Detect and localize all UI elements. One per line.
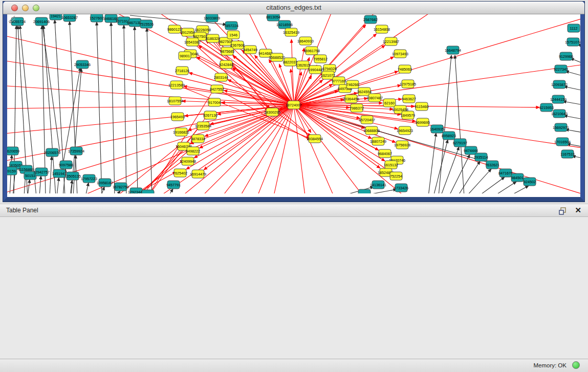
- graph-node[interactable]: 9875685: [220, 47, 234, 55]
- graph-node[interactable]: 39159: [7, 167, 17, 175]
- graph-node[interactable]: 7625402: [173, 169, 187, 177]
- graph-node[interactable]: 8454749: [243, 46, 257, 54]
- graph-node[interactable]: 18807249: [370, 137, 386, 145]
- graph-node[interactable]: 16782759: [113, 183, 129, 191]
- graph-node[interactable]: 16543382: [184, 38, 201, 46]
- graph-node[interactable]: 10973493: [392, 50, 408, 58]
- graph-node[interactable]: 8427552: [210, 85, 224, 93]
- graph-node[interactable]: 984501: [511, 173, 524, 182]
- graph-node[interactable]: 2935114: [474, 153, 488, 161]
- graph-node[interactable]: 1849579: [401, 111, 415, 119]
- graph-node[interactable]: 19756928: [394, 141, 410, 149]
- graph-node[interactable]: 17957223: [81, 174, 97, 183]
- graph-node[interactable]: 8958923: [442, 132, 456, 140]
- graph-node[interactable]: 1733426: [394, 184, 408, 192]
- graph-node[interactable]: 20691406: [33, 17, 50, 26]
- graph-node[interactable]: 16648794: [445, 46, 461, 54]
- graph-node[interactable]: 1965493: [170, 113, 185, 121]
- graph-node[interactable]: 7515526: [139, 20, 154, 28]
- graph-node[interactable]: 9115460: [415, 102, 428, 111]
- graph-node[interactable]: 1167533: [560, 150, 574, 158]
- graph-node[interactable]: 1112: [568, 24, 580, 32]
- graph-node[interactable]: 1527602: [90, 14, 104, 22]
- graph-node[interactable]: 15720407: [359, 116, 375, 124]
- graph-node[interactable]: 12213987: [383, 37, 399, 46]
- graph-node[interactable]: 13505135: [64, 172, 81, 180]
- graph-node[interactable]: 20364456: [343, 95, 359, 103]
- graph-hub-node[interactable]: 18724007: [286, 101, 302, 109]
- graph-node[interactable]: 2803144: [214, 73, 228, 81]
- resize-grip-icon[interactable]: [7, 14, 15, 23]
- network-canvas[interactable]: 2405572420691406194211065328715276028466…: [7, 14, 580, 193]
- graph-node[interactable]: 9684067: [378, 149, 392, 158]
- graph-node[interactable]: 8471676: [498, 169, 513, 177]
- graph-node[interactable]: 10958167: [97, 179, 113, 187]
- graph-node[interactable]: 9463627: [402, 95, 416, 103]
- graph-node[interactable]: 1615132: [384, 161, 398, 169]
- graph-node[interactable]: 8267130: [203, 111, 217, 119]
- graph-node[interactable]: 10653287: [61, 14, 78, 21]
- graph-node[interactable]: 12213589: [168, 81, 185, 89]
- graph-node[interactable]: 7857224: [224, 21, 238, 30]
- graph-node[interactable]: 9457791: [166, 181, 181, 189]
- graph-node[interactable]: 10807487: [366, 94, 383, 102]
- graph-node[interactable]: 752254: [390, 172, 402, 180]
- graph-node[interactable]: 16914479: [190, 170, 206, 178]
- graph-node[interactable]: 2620659: [7, 147, 19, 155]
- graph-node[interactable]: 7955812: [313, 55, 328, 63]
- graph-node[interactable]: 12975185: [400, 80, 416, 88]
- graph-node[interactable]: 9129966: [559, 52, 573, 60]
- graph-node[interactable]: 9097588: [59, 161, 73, 169]
- graph-node[interactable]: 1640935: [430, 125, 444, 133]
- graph-node[interactable]: 8878334: [191, 135, 205, 143]
- graph-node[interactable]: 19384554: [307, 135, 323, 143]
- float-panel-icon[interactable]: [558, 207, 568, 215]
- window-titlebar[interactable]: citations_edges.txt: [3, 2, 584, 14]
- graph-node[interactable]: 7986372: [350, 104, 364, 112]
- network-graph[interactable]: 2405572420691406194211065328715276028466…: [7, 14, 580, 193]
- graph-node[interactable]: 62160: [383, 99, 396, 107]
- graph-node[interactable]: 12444159: [550, 95, 567, 103]
- graph-node[interactable]: [358, 189, 371, 193]
- graph-node[interactable]: 924502: [524, 178, 536, 186]
- graph-node[interactable]: 12409948: [180, 157, 196, 165]
- graph-node[interactable]: 1990448: [308, 65, 322, 74]
- graph-node[interactable]: 15751074: [565, 38, 580, 46]
- graph-node[interactable]: 29053346: [74, 60, 91, 69]
- graph-node[interactable]: 16325419: [283, 28, 299, 36]
- graph-node[interactable]: 18107554: [167, 97, 183, 105]
- graph-node[interactable]: 19421: [50, 14, 62, 20]
- graph-node[interactable]: 7632621: [485, 161, 499, 169]
- graph-node[interactable]: 8186328: [206, 34, 220, 42]
- graph-node[interactable]: 19654923: [397, 126, 413, 135]
- graph-node[interactable]: 15692971: [553, 123, 569, 132]
- graph-node[interactable]: 2718126: [175, 67, 189, 75]
- graph-node[interactable]: 16210643: [551, 110, 568, 118]
- graph-node[interactable]: [142, 190, 154, 193]
- graph-node[interactable]: 917004: [208, 98, 221, 106]
- graph-node[interactable]: 16033809: [204, 14, 220, 22]
- graph-node[interactable]: 8813054: [266, 14, 280, 21]
- graph-node[interactable]: 9860123: [167, 25, 182, 33]
- graph-node[interactable]: 18300295: [264, 108, 280, 116]
- graph-node[interactable]: 17016504: [554, 138, 571, 146]
- graph-node[interactable]: 9227343: [554, 65, 568, 73]
- graph-node[interactable]: 9777169: [332, 77, 346, 85]
- graph-node[interactable]: 6279197: [453, 139, 467, 147]
- graph-node[interactable]: 16961758: [303, 47, 320, 55]
- graph-node[interactable]: 20206576: [44, 148, 60, 157]
- graph-node[interactable]: 14136141: [370, 181, 386, 189]
- graph-node[interactable]: 8215953: [539, 103, 554, 112]
- graph-node[interactable]: 8822037: [283, 58, 297, 66]
- graph-node[interactable]: 9498222: [186, 147, 200, 155]
- graph-node[interactable]: 12353584: [195, 122, 211, 130]
- graph-node[interactable]: 2587682: [363, 15, 378, 24]
- graph-node[interactable]: 9242848: [219, 60, 233, 69]
- graph-node[interactable]: 19166822: [173, 128, 189, 136]
- graph-node[interactable]: 9699695: [416, 118, 430, 126]
- close-panel-icon[interactable]: ✕: [575, 206, 581, 215]
- graph-node[interactable]: 17359924: [68, 147, 84, 155]
- graph-node[interactable]: 16154808: [374, 25, 390, 33]
- graph-node[interactable]: 1546: [227, 31, 239, 39]
- graph-node[interactable]: 98901: [179, 52, 191, 60]
